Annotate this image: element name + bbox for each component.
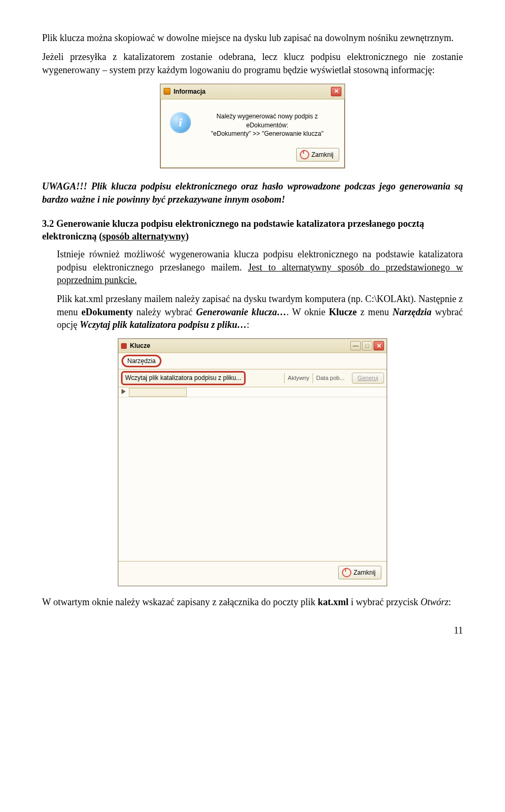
menu-narzedzia-highlight: Narzędzia xyxy=(122,355,161,367)
col-aktywny: Aktywny xyxy=(284,373,312,383)
dialog-title: Informacja xyxy=(174,87,206,96)
close-icon[interactable]: ✕ xyxy=(331,87,341,96)
paragraph-body-3: Plik kat.xml przesłany mailem należy zap… xyxy=(42,293,463,331)
grid-body xyxy=(118,387,387,561)
close-button-label: Zamknij xyxy=(311,151,334,159)
close-button[interactable]: Zamknij xyxy=(296,148,339,162)
close-icon[interactable]: ✕ xyxy=(373,341,384,350)
grid-header: Wczytaj plik katalizatora podpisu z plik… xyxy=(118,369,387,387)
dialog-msg-line: eDokumentów: xyxy=(246,122,288,129)
dialog-msg-line: Należy wygenerować nowy podpis z xyxy=(217,113,318,120)
paragraph-2: Jeżeli przesyłka z katalizatorem zostani… xyxy=(42,51,463,76)
page-number: 11 xyxy=(42,624,463,637)
dialog-titlebar: Klucze — □ ✕ xyxy=(118,339,387,353)
warning-paragraph: UWAGA!!! Plik klucza podpisu elektronicz… xyxy=(42,180,463,206)
menu-narzedzia[interactable]: Narzędzia xyxy=(127,357,156,365)
close-button-label: Zamknij xyxy=(354,568,376,577)
close-button[interactable]: Zamknij xyxy=(338,566,381,579)
dialog-informacja: Informacja ✕ i Należy wygenerować nowy p… xyxy=(160,84,345,168)
paragraph-body-2: Istnieje również możliwość wygenerowania… xyxy=(42,248,463,286)
minimize-icon[interactable]: — xyxy=(350,341,361,350)
col-data-pob: Data pob... xyxy=(312,373,348,383)
grid-selected-cell xyxy=(129,388,187,397)
info-icon: i xyxy=(170,112,191,133)
power-icon xyxy=(300,150,309,159)
menuitem-highlight: Wczytaj plik katalizatora podpisu z plik… xyxy=(121,371,246,385)
generuj-button[interactable]: Generuj xyxy=(352,373,384,384)
power-icon xyxy=(342,568,351,577)
dialog-title: Klucze xyxy=(130,342,150,350)
paragraph-last: W otwartym oknie należy wskazać zapisany… xyxy=(42,596,463,608)
row-indicator-icon xyxy=(122,389,126,394)
dialog-msg-line: "eDokumenty" >> "Generowanie klucza" xyxy=(211,130,324,137)
grid-row-line xyxy=(118,397,387,397)
app-icon xyxy=(121,343,127,349)
menu-bar: Narzędzia xyxy=(118,353,387,369)
dialog-klucze: Klucze — □ ✕ Narzędzia Wczytaj plik kata… xyxy=(118,338,387,586)
section-heading: 3.2 Generowanie klucza podpisu elektroni… xyxy=(42,217,463,243)
dialog-titlebar: Informacja ✕ xyxy=(160,84,345,99)
menuitem-wczytaj[interactable]: Wczytaj plik katalizatora podpisu z plik… xyxy=(125,374,241,382)
maximize-icon[interactable]: □ xyxy=(362,341,372,350)
app-icon xyxy=(164,88,170,95)
dialog-message: Należy wygenerować nowy podpis z eDokume… xyxy=(199,112,335,138)
paragraph-1: Plik klucza można skopiować w dowolne mi… xyxy=(42,32,463,44)
